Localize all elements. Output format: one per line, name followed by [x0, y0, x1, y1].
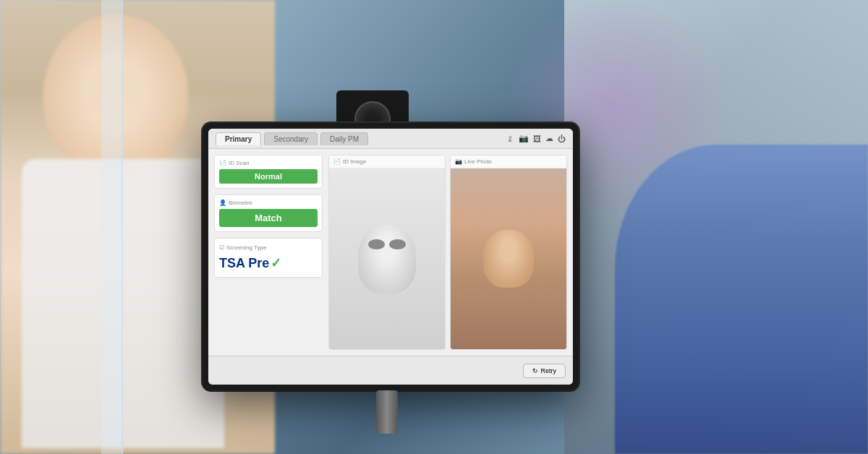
biometric-section: 👤 Biometric Match — [214, 194, 323, 232]
cloud-icon: ☁ — [545, 134, 553, 143]
id-scan-label: 📄 ID Scan — [219, 160, 318, 166]
screen-bottom: ↻ Retry — [208, 356, 573, 385]
nfc-icon: ꊩ — [506, 134, 514, 143]
monitor-frame: Primary Secondary Daily PM ꊩ 📷 🖼 ☁ ⏻ — [203, 123, 579, 390]
screen-topbar: Primary Secondary Daily PM ꊩ 📷 🖼 ☁ ⏻ — [208, 129, 573, 149]
live-face-color — [483, 230, 534, 288]
glass-panel — [101, 0, 123, 454]
id-image-icon: 📄 — [333, 158, 341, 165]
screen-content: 📄 ID Scan Normal 👤 Biometric Match — [208, 149, 573, 356]
retry-icon: ↻ — [532, 367, 538, 374]
live-photo-color — [451, 168, 566, 349]
live-photo-body — [451, 168, 566, 349]
checkbox-icon: ☑ — [219, 244, 224, 251]
monitor-stand — [376, 390, 398, 434]
monitor-icon: 🖼 — [533, 134, 541, 143]
left-panel: 📄 ID Scan Normal 👤 Biometric Match — [214, 155, 323, 350]
live-photo-panel: 📷 Live Photo — [450, 155, 567, 350]
camera-icon: 📷 — [519, 134, 529, 143]
biometric-label: 👤 Biometric — [219, 200, 318, 206]
power-icon: ⏻ — [558, 134, 566, 143]
live-photo-icon: 📷 — [455, 158, 462, 165]
id-image-header: 📄 ID Image — [329, 155, 445, 168]
passenger-body — [22, 159, 224, 448]
id-photo — [329, 168, 445, 349]
photo-panels: 📄 ID Image 📷 — [328, 155, 567, 350]
screen-tabs: Primary Secondary Daily PM — [216, 132, 368, 145]
biometric-match-badge: Match — [219, 209, 318, 227]
retry-button[interactable]: ↻ Retry — [523, 364, 566, 378]
tsa-pre-logo: TSA Pre✓ — [219, 255, 318, 271]
person-icon: 👤 — [219, 200, 226, 206]
tsa-agent-background — [615, 145, 868, 454]
monitor-container: Primary Secondary Daily PM ꊩ 📷 🖼 ☁ ⏻ — [203, 123, 608, 427]
screening-type-label: ☑ Screening Type — [219, 244, 318, 251]
id-face-grayscale — [358, 225, 416, 294]
id-card-icon: 📄 — [219, 160, 226, 166]
screening-type-section: ☑ Screening Type TSA Pre✓ — [214, 238, 323, 278]
id-scan-section: 📄 ID Scan Normal — [214, 155, 323, 189]
id-image-body — [329, 168, 445, 349]
screen-icons: ꊩ 📷 🖼 ☁ ⏻ — [506, 134, 566, 143]
tab-daily-pm[interactable]: Daily PM — [320, 132, 368, 145]
monitor-screen: Primary Secondary Daily PM ꊩ 📷 🖼 ☁ ⏻ — [208, 129, 573, 385]
tsa-pre-text: TSA Pre — [219, 256, 269, 271]
tab-secondary[interactable]: Secondary — [264, 132, 318, 145]
tsa-checkmark: ✓ — [271, 255, 281, 271]
live-photo-header: 📷 Live Photo — [451, 155, 566, 168]
id-image-panel: 📄 ID Image — [328, 155, 446, 350]
tab-primary[interactable]: Primary — [216, 132, 261, 145]
id-scan-status: Normal — [219, 169, 318, 184]
scene: Primary Secondary Daily PM ꊩ 📷 🖼 ☁ ⏻ — [0, 0, 868, 454]
